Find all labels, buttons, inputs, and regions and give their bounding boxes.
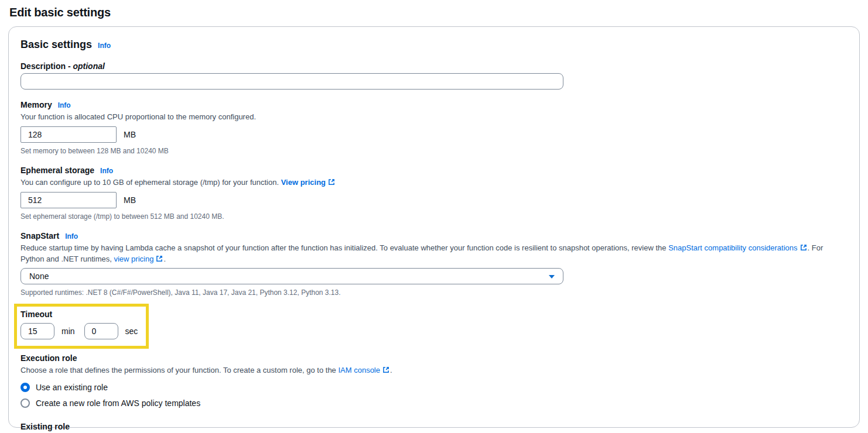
ephemeral-storage-info-link[interactable]: Info [100, 167, 113, 175]
snapstart-label: SnapStart [20, 231, 59, 240]
snapstart-compatibility-link[interactable]: SnapStart compatibility considerations [668, 243, 797, 252]
basic-settings-card: Basic settings Info Description - option… [8, 26, 860, 428]
timeout-seconds-unit: sec [125, 327, 138, 336]
card-title: Basic settings [20, 39, 92, 51]
snapstart-selected-value: None [29, 272, 49, 281]
page-title: Edit basic settings [8, 5, 860, 26]
ephemeral-storage-unit-label: MB [124, 195, 136, 205]
external-link-icon [800, 244, 807, 251]
timeout-seconds-input[interactable] [84, 323, 118, 339]
ephemeral-storage-description: You can configure up to 10 GB of ephemer… [20, 177, 848, 188]
basic-settings-info-link[interactable]: Info [98, 42, 111, 50]
timeout-label: Timeout [20, 310, 138, 319]
snapstart-description: Reduce startup time by having Lambda cac… [20, 243, 848, 265]
memory-info-link[interactable]: Info [58, 101, 71, 109]
external-link-icon [328, 178, 335, 185]
ephemeral-storage-label: Ephemeral storage [20, 166, 94, 175]
memory-constraint: Set memory to between 128 MB and 10240 M… [20, 147, 848, 155]
existing-role-field-group: Existing role Choose an existing role th… [20, 422, 848, 433]
memory-field-group: Memory Info Your function is allocated C… [20, 100, 848, 155]
radio-selected-icon[interactable] [20, 383, 30, 392]
execution-role-description: Choose a role that defines the permissio… [20, 365, 848, 376]
radio-use-existing-role[interactable]: Use an existing role [20, 383, 848, 392]
iam-console-link[interactable]: IAM console [338, 366, 380, 374]
ephemeral-storage-constraint: Set ephemeral storage (/tmp) to between … [20, 212, 848, 221]
timeout-minutes-unit: min [61, 327, 75, 336]
caret-down-icon [549, 275, 555, 279]
snapstart-constraint: Supported runtimes: .NET 8 (C#/F#/PowerS… [20, 288, 848, 297]
snapstart-select[interactable]: None [20, 268, 563, 284]
description-input[interactable] [20, 73, 563, 90]
execution-role-field-group: Execution role Choose a role that define… [20, 353, 848, 408]
description-label: Description - optional [20, 61, 105, 71]
memory-unit-label: MB [124, 130, 136, 139]
view-pricing-link[interactable]: View pricing [281, 178, 326, 187]
radio-unselected-icon[interactable] [20, 398, 30, 408]
memory-input[interactable] [20, 126, 117, 143]
radio-create-new-role[interactable]: Create a new role from AWS policy templa… [20, 398, 848, 408]
snapstart-view-pricing-link[interactable]: view pricing [114, 255, 153, 263]
timeout-highlight-box: Timeout min sec [14, 304, 149, 349]
description-optional-label: - optional [68, 61, 105, 71]
edit-basic-settings-page: Edit basic settings Basic settings Info … [0, 0, 868, 428]
execution-role-label: Execution role [20, 353, 77, 363]
ephemeral-storage-field-group: Ephemeral storage Info You can configure… [20, 166, 848, 221]
memory-label: Memory [20, 100, 52, 109]
external-link-icon [382, 366, 389, 373]
ephemeral-storage-input[interactable] [20, 192, 117, 208]
snapstart-info-link[interactable]: Info [65, 232, 78, 240]
snapstart-field-group: SnapStart Info Reduce startup time by ha… [20, 231, 848, 297]
memory-description: Your function is allocated CPU proportio… [20, 112, 848, 123]
external-link-icon [156, 255, 163, 262]
card-header: Basic settings Info [20, 39, 848, 51]
timeout-minutes-input[interactable] [20, 323, 54, 339]
existing-role-label: Existing role [20, 422, 70, 431]
description-field-group: Description - optional [20, 61, 848, 90]
